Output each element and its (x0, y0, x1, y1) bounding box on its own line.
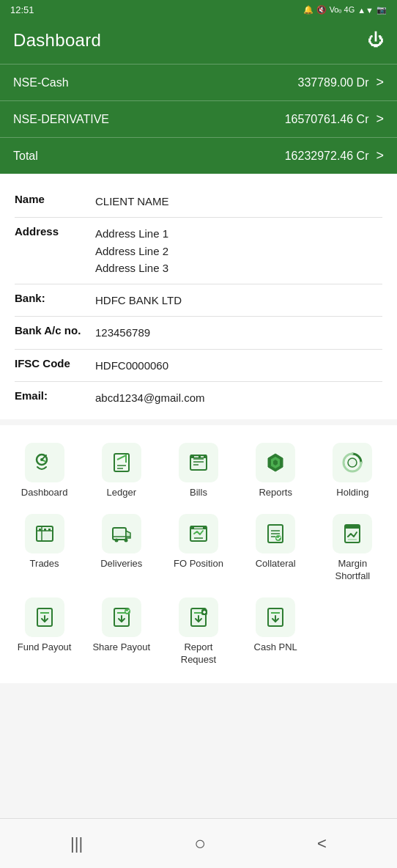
holding-icon-item[interactable]: Holding (319, 438, 385, 504)
ledger-label: Ledger (107, 487, 136, 499)
trades-icon (25, 514, 64, 553)
total-row[interactable]: Total 16232972.46 Cr > (0, 137, 397, 174)
email-row: Email: abcd1234@gmail.com (15, 383, 382, 412)
cash-pnl-icon-item[interactable]: Cash PNL (242, 593, 308, 671)
margin-shortfall-icon-item[interactable]: Margin Shortfall (319, 510, 385, 587)
fund-payout-icon-item[interactable]: Fund Payout (12, 593, 78, 671)
email-value: abcd1234@gmail.com (95, 389, 204, 406)
svg-point-15 (348, 458, 357, 467)
header: Dashboard ⏻ (0, 20, 397, 64)
trades-label: Trades (30, 558, 59, 570)
address-line1: Address Line 1 (95, 227, 168, 240)
svg-point-1 (40, 458, 43, 461)
deliveries-icon (102, 514, 141, 553)
fund-payout-icon (25, 597, 64, 637)
margin-shortfall-label: Margin Shortfall (322, 558, 382, 583)
bank-label: Bank: (15, 292, 95, 309)
ifsc-label: IFSC Code (15, 357, 95, 374)
status-bar: 12:51 🔔 🔇 Vo₀ 4G ▲▼ 📷 (0, 0, 397, 20)
share-payout-icon (102, 597, 141, 637)
nse-cash-value: 337789.00 Dr (298, 76, 369, 89)
nse-cash-arrow: > (376, 75, 384, 90)
dashboard-label: Dashboard (21, 487, 68, 499)
page-title: Dashboard (13, 30, 101, 51)
nse-cash-row[interactable]: NSE-Cash 337789.00 Dr > (0, 64, 397, 100)
collateral-icon-item[interactable]: Collateral (242, 510, 308, 587)
svg-rect-22 (113, 528, 126, 540)
total-value: 16232972.46 Cr (285, 150, 369, 163)
svg-rect-19 (39, 529, 41, 531)
share-payout-icon-item[interactable]: Share Payout (89, 593, 155, 671)
fo-position-icon-item[interactable]: FO Position (166, 510, 231, 587)
fo-position-icon (179, 514, 218, 553)
nse-derivative-row[interactable]: NSE-DERIVATIVE 16570761.46 Cr > (0, 100, 397, 137)
icons-row-2: Trades Deliveries (6, 510, 391, 587)
ifsc-value: HDFC0000060 (95, 357, 168, 374)
nav-back-button[interactable]: ||| (57, 831, 96, 856)
email-label: Email: (15, 389, 95, 406)
ledger-icon (102, 443, 141, 482)
report-request-label: Report Request (168, 641, 229, 666)
deliveries-icon-item[interactable]: Deliveries (89, 510, 155, 587)
nse-derivative-label: NSE-DERIVATIVE (13, 113, 109, 126)
collateral-label: Collateral (256, 558, 296, 570)
icons-section: Dashboard Ledger (0, 425, 397, 683)
bills-icon (179, 443, 218, 482)
svg-point-23 (114, 538, 118, 542)
holding-label: Holding (336, 487, 368, 499)
nse-cash-label: NSE-Cash (13, 76, 69, 89)
icons-row-3: Fund Payout Share Payout (6, 593, 391, 671)
dashboard-icon-item[interactable]: Dashboard (12, 438, 78, 504)
address-line2: Address Line 2 (95, 245, 168, 257)
nse-derivative-arrow: > (376, 111, 384, 127)
power-button[interactable]: ⏻ (368, 31, 384, 50)
bank-ac-label: Bank A/c no. (15, 324, 95, 341)
trades-icon-item[interactable]: Trades (12, 510, 78, 587)
total-arrow: > (376, 148, 384, 163)
bottom-nav: ||| ○ < (0, 818, 397, 868)
bills-icon-item[interactable]: Bills (166, 438, 231, 504)
bank-ac-value: 123456789 (95, 324, 150, 341)
ledger-icon-item[interactable]: Ledger (89, 438, 155, 504)
bank-value: HDFC BANK LTD (95, 292, 182, 309)
status-time: 12:51 (10, 4, 34, 15)
report-request-icon-item[interactable]: Report Request (166, 593, 231, 671)
bank-ac-row: Bank A/c no. 123456789 (15, 318, 382, 347)
dashboard-icon (25, 443, 64, 482)
cash-pnl-icon (256, 597, 295, 637)
reports-icon (256, 443, 295, 482)
report-request-icon (179, 597, 218, 637)
profile-section: Name CLIENT NAME Address Address Line 1 … (0, 174, 397, 419)
address-line3: Address Line 3 (95, 262, 168, 274)
collateral-icon (256, 514, 295, 553)
ifsc-row: IFSC Code HDFC0000060 (15, 351, 382, 380)
icons-row-1: Dashboard Ledger (6, 438, 391, 504)
nse-derivative-value: 16570761.46 Cr (285, 113, 369, 126)
cash-pnl-label: Cash PNL (254, 641, 297, 654)
status-icons: 🔔 🔇 Vo₀ 4G ▲▼ 📷 (303, 5, 387, 15)
nav-prev-button[interactable]: < (304, 831, 340, 856)
address-row: Address Address Line 1 Address Line 2 Ad… (15, 219, 382, 282)
svg-rect-34 (345, 525, 360, 529)
address-value: Address Line 1 Address Line 2 Address Li… (95, 225, 168, 276)
margin-shortfall-icon (333, 514, 372, 553)
total-label: Total (13, 150, 38, 163)
bills-label: Bills (190, 487, 207, 499)
holding-icon (333, 443, 372, 482)
name-row: Name CLIENT NAME (15, 187, 382, 216)
address-label: Address (15, 225, 95, 276)
reports-icon-item[interactable]: Reports (242, 438, 308, 504)
name-value: CLIENT NAME (95, 193, 169, 210)
reports-label: Reports (259, 487, 292, 499)
balance-section: NSE-Cash 337789.00 Dr > NSE-DERIVATIVE 1… (0, 64, 397, 174)
total-value-wrap: 16232972.46 Cr > (285, 148, 384, 163)
svg-point-24 (124, 538, 127, 542)
fund-payout-label: Fund Payout (18, 641, 72, 654)
nav-home-button[interactable]: ○ (181, 829, 219, 858)
name-label: Name (15, 193, 95, 210)
share-payout-label: Share Payout (92, 641, 150, 654)
deliveries-label: Deliveries (100, 558, 142, 570)
svg-rect-20 (44, 529, 46, 531)
svg-rect-21 (48, 529, 51, 531)
nse-cash-value-wrap: 337789.00 Dr > (298, 75, 384, 90)
